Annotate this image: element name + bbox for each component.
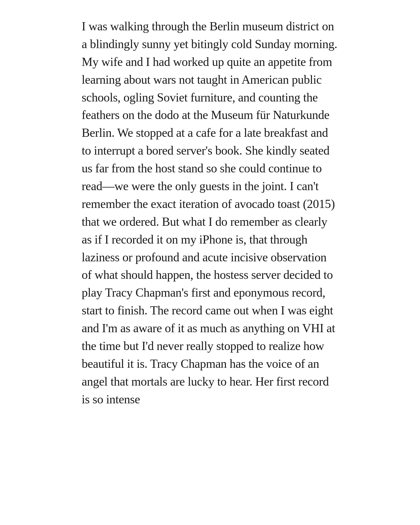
article-container: I was walking through the Berlin museum … (67, 0, 353, 426)
article-body-text: I was walking through the Berlin museum … (82, 18, 338, 408)
